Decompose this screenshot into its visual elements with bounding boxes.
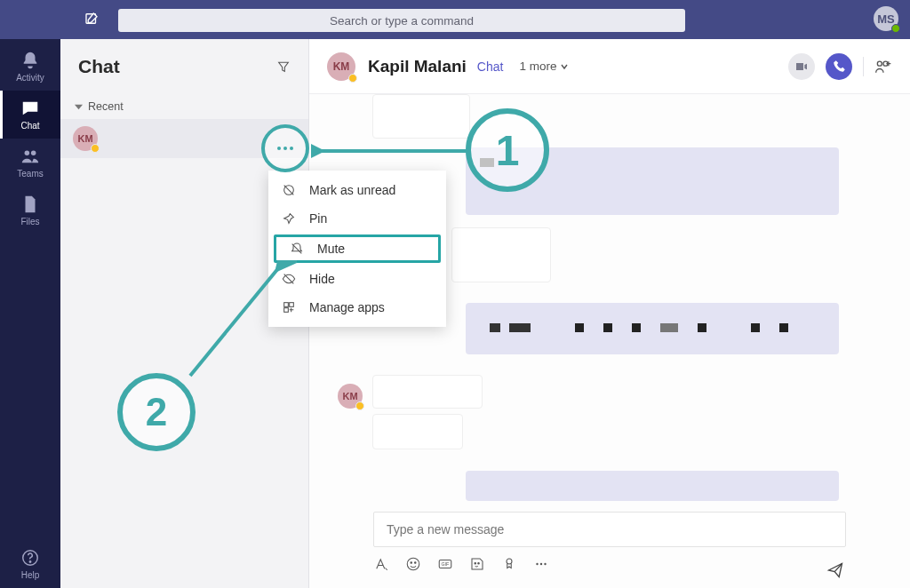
presence-away-icon	[355, 401, 364, 410]
svg-point-14	[507, 559, 512, 564]
avatar[interactable]: KM	[327, 52, 355, 81]
ctx-mute[interactable]: Mute	[274, 234, 441, 263]
annotation-ellipsis	[261, 124, 309, 172]
conversation-title: Kapil Malani	[368, 57, 467, 76]
rail-activity[interactable]: Activity	[0, 43, 60, 91]
conversation-actions	[788, 53, 892, 80]
svg-point-12	[475, 563, 476, 565]
rail-files[interactable]: Files	[0, 187, 60, 234]
conversation-header: KM Kapil Malani Chat 1 more	[309, 39, 910, 94]
emoji-icon[interactable]	[405, 556, 421, 572]
message-bubble	[372, 414, 463, 449]
gif-icon[interactable]: GIF	[437, 556, 453, 572]
chat-panel-title: Chat	[78, 56, 120, 77]
rail-help-label: Help	[21, 570, 40, 580]
compose-area: Type a new message GIF	[309, 508, 910, 588]
compose-icon	[84, 11, 100, 27]
compose-toolbar: GIF	[373, 556, 846, 572]
presence-away-icon	[91, 144, 100, 153]
pin-icon	[281, 211, 297, 226]
ctx-label: Mute	[317, 242, 345, 256]
mute-icon	[289, 241, 305, 257]
sticker-icon[interactable]	[469, 556, 485, 572]
video-icon	[794, 60, 809, 74]
video-call-button[interactable]	[788, 53, 815, 80]
add-people-icon	[874, 58, 892, 75]
message-bubble	[466, 471, 839, 501]
svg-point-8	[411, 562, 412, 564]
ctx-label: Manage apps	[309, 300, 385, 314]
tab-more-label: 1 more	[519, 60, 556, 73]
annotation-2: 2	[117, 373, 196, 451]
filter-icon[interactable]	[276, 60, 291, 74]
teams-icon	[20, 147, 40, 166]
new-chat-button[interactable]	[82, 9, 101, 28]
file-icon	[20, 195, 40, 214]
bell-icon	[20, 51, 40, 70]
titlebar: Search or type a command MS	[0, 0, 910, 39]
ctx-pin[interactable]: Pin	[268, 204, 446, 233]
annotation-arrow-2	[181, 260, 297, 385]
svg-point-2	[31, 151, 36, 156]
message-bubble	[372, 375, 483, 409]
svg-point-9	[415, 562, 417, 564]
ctx-label: Mark as unread	[309, 183, 395, 197]
tab-more[interactable]: 1 more	[519, 60, 569, 73]
add-people-button[interactable]	[874, 58, 892, 75]
ctx-label: Pin	[309, 211, 327, 226]
presence-away-icon	[348, 74, 357, 83]
audio-call-button[interactable]	[826, 53, 852, 80]
phone-icon	[833, 60, 846, 73]
mark-unread-icon	[281, 182, 297, 198]
svg-point-15	[536, 563, 538, 565]
chevron-down-icon	[75, 103, 83, 111]
svg-point-7	[407, 558, 419, 570]
svg-line-23	[190, 267, 279, 376]
app-rail: Activity Chat Teams Files Help	[0, 39, 60, 588]
chevron-down-icon	[560, 62, 569, 71]
rail-chat-label: Chat	[20, 121, 39, 131]
format-icon[interactable]	[373, 556, 389, 572]
message-input[interactable]: Type a new message	[373, 512, 846, 547]
rail-teams[interactable]: Teams	[0, 139, 60, 187]
rail-files-label: Files	[20, 217, 39, 226]
rail-activity-label: Activity	[16, 73, 44, 83]
praise-icon[interactable]	[501, 556, 517, 572]
recent-label: Recent	[88, 100, 124, 113]
svg-point-5	[877, 61, 882, 66]
avatar: KM	[73, 126, 98, 151]
svg-point-1	[25, 151, 29, 156]
chat-list-header: Chat	[60, 39, 308, 94]
svg-point-17	[544, 563, 546, 565]
avatar-initials: KM	[333, 60, 350, 73]
avatar: KM	[338, 384, 363, 409]
message-bubble	[451, 227, 551, 282]
message-sender: KM	[338, 384, 363, 409]
send-button[interactable]	[826, 561, 844, 579]
message-bubble	[372, 94, 470, 139]
rail-chat[interactable]: Chat	[0, 91, 60, 139]
help-icon	[20, 548, 40, 568]
rail-help[interactable]: Help	[0, 540, 60, 588]
chat-icon	[20, 99, 40, 118]
more-icon[interactable]	[533, 556, 549, 572]
ctx-mark-unread[interactable]: Mark as unread	[268, 176, 446, 204]
recent-toggle[interactable]: Recent	[60, 94, 308, 119]
more-icon[interactable]	[277, 147, 293, 150]
tab-chat[interactable]: Chat	[477, 60, 504, 74]
ctx-label: Hide	[309, 272, 335, 286]
search-input[interactable]: Search or type a command	[118, 9, 685, 32]
rail-teams-label: Teams	[17, 169, 43, 179]
svg-point-4	[29, 561, 30, 562]
svg-point-13	[478, 563, 480, 565]
presence-available-icon	[891, 24, 900, 33]
svg-text:GIF: GIF	[442, 561, 450, 567]
avatar-initials: KM	[342, 391, 357, 401]
send-icon	[826, 561, 844, 579]
svg-point-16	[540, 563, 542, 565]
annotation-arrow-1	[311, 142, 471, 160]
avatar-initials: KM	[77, 133, 92, 144]
annotation-1: 1	[466, 108, 549, 192]
